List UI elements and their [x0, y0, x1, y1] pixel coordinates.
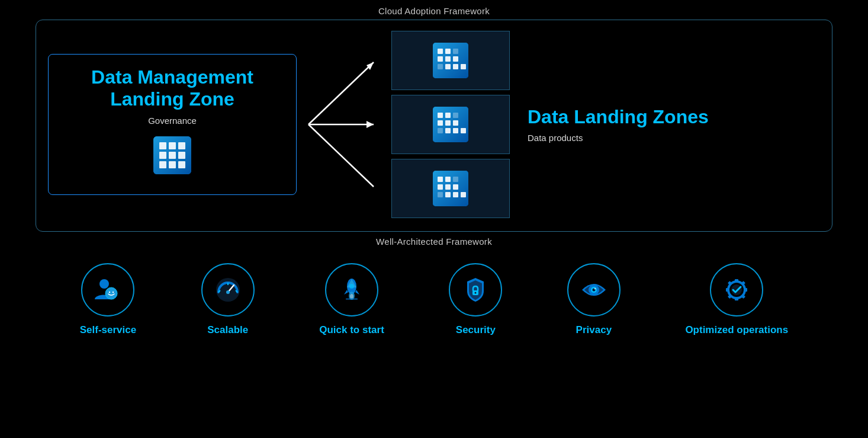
- svg-line-11: [308, 62, 374, 124]
- arrows-svg: [297, 30, 391, 219]
- svg-rect-8: [159, 161, 166, 168]
- svg-point-62: [226, 290, 230, 294]
- svg-point-54: [105, 287, 117, 299]
- svg-rect-48: [453, 184, 458, 190]
- svg-rect-81: [744, 288, 747, 292]
- dlz-tile-3: [391, 159, 510, 218]
- svg-rect-28: [461, 64, 466, 69]
- rocket-icon: [336, 274, 367, 305]
- waf-label: Well-Architected Framework: [376, 236, 492, 247]
- svg-rect-52: [461, 192, 466, 197]
- label-privacy: Privacy: [576, 324, 612, 336]
- shield-lock-icon: [460, 274, 491, 305]
- icon-item-security: Security: [449, 263, 502, 336]
- svg-point-72: [475, 292, 477, 294]
- svg-rect-40: [461, 128, 466, 133]
- svg-rect-37: [438, 128, 443, 133]
- svg-rect-9: [169, 161, 176, 168]
- svg-point-55: [109, 292, 110, 293]
- label-security: Security: [456, 324, 496, 336]
- svg-rect-20: [445, 49, 451, 54]
- svg-rect-23: [445, 56, 451, 62]
- svg-rect-25: [438, 64, 443, 69]
- governance-icon: [151, 134, 194, 177]
- svg-rect-49: [438, 192, 443, 197]
- label-scalable: Scalable: [207, 324, 248, 336]
- svg-rect-6: [169, 152, 176, 159]
- svg-rect-51: [453, 192, 458, 197]
- dlz-tile-2: [391, 95, 510, 154]
- dlz-title: Data Landing Zones: [528, 106, 709, 128]
- svg-marker-14: [367, 121, 374, 128]
- svg-rect-31: [438, 113, 443, 118]
- svg-point-76: [594, 288, 596, 290]
- dlz-tile-1: [391, 31, 510, 90]
- gear-check-icon: [721, 274, 752, 305]
- svg-rect-33: [453, 113, 458, 118]
- svg-rect-43: [438, 177, 443, 182]
- icon-circle-security: [449, 263, 502, 316]
- svg-rect-22: [438, 56, 443, 62]
- svg-rect-10: [178, 161, 185, 168]
- dlz-icon-1: [432, 41, 470, 79]
- svg-rect-5: [159, 152, 166, 159]
- dmlz-title: Data Management Landing Zone: [66, 66, 278, 110]
- icon-item-optimized-operations: Optimized operations: [685, 263, 788, 336]
- icon-item-privacy: Privacy: [567, 263, 621, 336]
- caf-label: Cloud Adoption Framework: [378, 6, 490, 16]
- svg-point-67: [349, 284, 354, 289]
- svg-rect-7: [178, 152, 185, 159]
- svg-rect-19: [438, 49, 443, 54]
- svg-rect-46: [438, 184, 443, 190]
- main-container: Cloud Adoption Framework Data Management…: [0, 0, 868, 438]
- label-self-service: Self-service: [80, 324, 136, 336]
- person-icon: [92, 274, 123, 305]
- icons-row: Self-service Scalable: [36, 263, 832, 336]
- svg-rect-45: [453, 177, 458, 182]
- svg-rect-26: [445, 64, 451, 69]
- dlz-icon-3: [432, 170, 470, 207]
- icon-circle-optimized-operations: [710, 263, 763, 316]
- svg-rect-3: [169, 142, 176, 149]
- label-optimized-operations: Optimized operations: [685, 324, 788, 336]
- icon-circle-privacy: [567, 263, 621, 316]
- caf-border: Data Management Landing Zone Governance: [36, 20, 832, 232]
- icon-circle-scalable: [201, 263, 255, 316]
- dlz-area: [391, 31, 510, 218]
- svg-point-69: [350, 294, 353, 299]
- eye-icon: [578, 274, 609, 305]
- svg-rect-79: [735, 297, 738, 300]
- svg-rect-44: [445, 177, 451, 182]
- svg-point-53: [99, 279, 109, 289]
- svg-rect-24: [453, 56, 458, 62]
- dlz-label-area: Data Landing Zones Data products: [528, 106, 709, 143]
- icon-circle-self-service: [81, 263, 134, 316]
- svg-rect-32: [445, 113, 451, 118]
- svg-marker-66: [355, 290, 359, 295]
- dmlz-subtitle: Governance: [148, 116, 197, 126]
- svg-rect-35: [445, 120, 451, 126]
- svg-line-15: [308, 124, 374, 187]
- icon-circle-quick-to-start: [325, 263, 378, 316]
- svg-rect-27: [453, 64, 458, 69]
- dmlz-box: Data Management Landing Zone Governance: [48, 54, 297, 196]
- svg-rect-2: [159, 142, 166, 149]
- svg-rect-36: [453, 120, 458, 126]
- dlz-subtitle: Data products: [528, 133, 583, 143]
- svg-rect-70: [346, 298, 358, 300]
- gauge-icon: [213, 274, 243, 305]
- dlz-icon-2: [432, 105, 470, 143]
- svg-point-56: [112, 292, 114, 293]
- svg-rect-39: [453, 128, 458, 133]
- label-quick-to-start: Quick to start: [319, 324, 384, 336]
- inner-row: Data Management Landing Zone Governance: [48, 30, 820, 219]
- svg-rect-78: [735, 279, 738, 283]
- svg-rect-38: [445, 128, 451, 133]
- arrow-area: [297, 30, 391, 219]
- icon-item-quick-to-start: Quick to start: [319, 263, 384, 336]
- svg-rect-34: [438, 120, 443, 126]
- icon-item-self-service: Self-service: [80, 263, 136, 336]
- svg-marker-65: [344, 290, 348, 295]
- svg-rect-21: [453, 49, 458, 54]
- svg-rect-80: [726, 288, 729, 292]
